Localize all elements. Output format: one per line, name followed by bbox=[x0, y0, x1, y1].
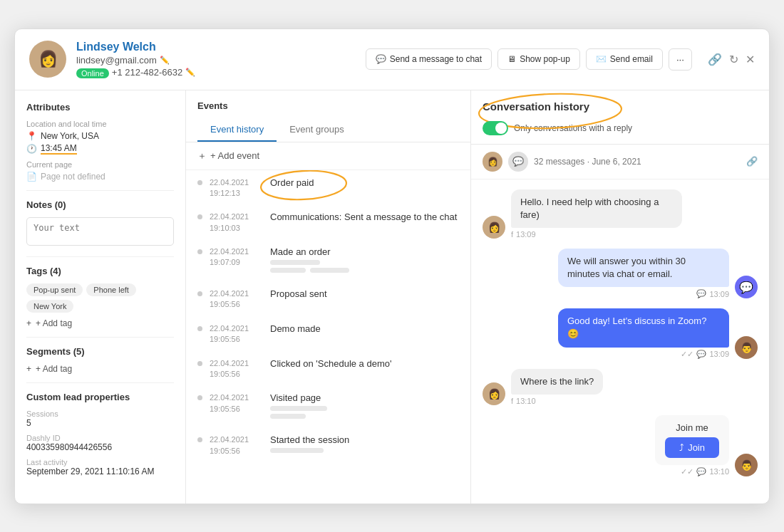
link-icon[interactable]: 🔗 bbox=[708, 53, 722, 66]
message-time: 13:09 bbox=[516, 230, 536, 239]
message-time: 13:10 bbox=[516, 397, 536, 405]
conversation-title: Conversation history bbox=[483, 100, 589, 113]
join-icon: ⤴ bbox=[679, 442, 684, 453]
current-page-value: 📄 Page not defined bbox=[26, 172, 174, 182]
popup-icon: 🖥 bbox=[507, 54, 516, 64]
events-header: Events Event history Event groups bbox=[186, 90, 470, 142]
contact-phone: Online +1 212-482-6632 ✏️ bbox=[76, 67, 356, 78]
online-badge: Online bbox=[76, 68, 109, 78]
show-popup-button[interactable]: 🖥 Show pop-up bbox=[497, 48, 580, 70]
send-message-button[interactable]: 💬 Send a message to chat bbox=[366, 48, 492, 70]
add-segment-button[interactable]: + + Add tag bbox=[26, 364, 72, 374]
contact-name: Lindsey Welch bbox=[76, 41, 356, 53]
tab-event-history[interactable]: Event history bbox=[197, 118, 277, 142]
event-name: Demo made bbox=[270, 323, 459, 334]
placeholder-bar bbox=[270, 414, 306, 419]
add-tag-button[interactable]: + + Add tag bbox=[26, 318, 72, 328]
event-dot bbox=[197, 361, 202, 366]
event-name: Proposal sent bbox=[270, 288, 459, 299]
location-value: 📍 New York, USA bbox=[26, 131, 174, 141]
clock-icon: 🕐 bbox=[26, 144, 37, 154]
events-title: Events bbox=[197, 100, 459, 111]
last-activity-value: September 29, 2021 11:10:16 AM bbox=[26, 466, 174, 476]
event-time: 22.04.202119:05:56 bbox=[210, 323, 263, 345]
fb-icon2: f bbox=[511, 397, 513, 405]
message-row: 💬 We will answer you within 30 minutes v… bbox=[483, 249, 758, 298]
header-actions: 💬 Send a message to chat 🖥 Show pop-up ✉… bbox=[366, 48, 692, 71]
message-column: Where is the link? f 13:10 bbox=[511, 369, 603, 405]
event-name: Started the session bbox=[270, 434, 459, 445]
segments-title: Segments (5) bbox=[26, 346, 174, 357]
event-row: 22.04.202119:05:56 Visited page bbox=[197, 392, 459, 422]
add-event-button[interactable]: ＋ + Add event bbox=[186, 142, 470, 170]
message-column: Hello. I need help with choosing a fare)… bbox=[511, 189, 682, 239]
event-content: Made an order bbox=[270, 246, 459, 276]
last-activity-label: Last activity bbox=[26, 458, 174, 466]
body: Attributes Location and local time 📍 New… bbox=[15, 90, 769, 504]
notes-input[interactable] bbox=[26, 217, 174, 246]
message-bubble: Hello. I need help with choosing a fare) bbox=[511, 189, 682, 228]
message-avatar-bot: 💬 bbox=[735, 276, 758, 298]
event-row: 22.04.202119:05:56 Proposal sent bbox=[197, 288, 459, 311]
event-row: 22.04.202119:05:56 Started the session bbox=[197, 434, 459, 457]
event-time: 22.04.202119:12:13 bbox=[210, 177, 263, 199]
message-row: 👩 Where is the link? f 13:10 bbox=[483, 369, 758, 405]
message-bubble: We will answer you within 30 minutes via… bbox=[558, 249, 729, 287]
header: 👩 Lindsey Welch lindsey@gmail.com ✏️ Onl… bbox=[15, 29, 769, 90]
reply-toggle[interactable] bbox=[483, 121, 508, 135]
message-time: 13:10 bbox=[709, 467, 729, 476]
event-content: Demo made bbox=[270, 323, 459, 337]
custom-props-title: Custom lead properties bbox=[26, 392, 174, 402]
message-time: 13:09 bbox=[709, 350, 729, 358]
event-dot bbox=[197, 437, 202, 442]
placeholder-bar bbox=[270, 260, 320, 265]
placeholder-bar bbox=[270, 268, 306, 273]
chat-source-icon3: 💬 bbox=[696, 467, 706, 476]
conv-meta-info: 32 messages · June 6, 2021 bbox=[534, 157, 741, 167]
messages-list: 👩 Hello. I need help with choosing a far… bbox=[471, 179, 769, 504]
message-avatar-agent2: 👨 bbox=[735, 454, 758, 476]
message-meta: 💬 13:09 bbox=[558, 289, 729, 298]
event-content: Visited page bbox=[270, 392, 459, 422]
message-meta: f 13:10 bbox=[511, 397, 603, 405]
edit-email-icon[interactable]: ✏️ bbox=[160, 56, 170, 65]
tab-event-groups[interactable]: Event groups bbox=[277, 118, 357, 142]
conversation-header: Conversation history Only conversations … bbox=[471, 90, 769, 145]
conv-avatar: 👩 bbox=[483, 152, 502, 172]
event-time: 22.04.202119:05:56 bbox=[210, 288, 263, 311]
events-list: 22.04.202119:12:13 Order paid 22.04.2021… bbox=[186, 170, 470, 504]
plus-icon: + bbox=[26, 318, 31, 328]
conversation-title-wrap: Conversation history bbox=[483, 100, 758, 113]
more-options-button[interactable]: ··· bbox=[669, 48, 692, 71]
event-time: 22.04.202119:10:03 bbox=[210, 212, 263, 234]
message-bubble: Good day! Let's discuss in Zoom? 😊 bbox=[558, 308, 729, 347]
edit-phone-icon[interactable]: ✏️ bbox=[185, 68, 195, 77]
conv-link-icon[interactable]: 🔗 bbox=[746, 156, 758, 167]
current-page-label: Current page bbox=[26, 160, 174, 169]
event-name: Order paid bbox=[270, 177, 314, 188]
message-meta: ✓✓ 💬 13:10 bbox=[655, 467, 729, 476]
conversation-meta: 👩 💬 32 messages · June 6, 2021 🔗 bbox=[471, 145, 769, 179]
message-column: Join me ⤴ Join ✓✓ 💬 13:10 bbox=[655, 415, 729, 476]
event-name: Clicked on 'Schedule a demo' bbox=[270, 358, 459, 369]
refresh-icon[interactable]: ↻ bbox=[729, 53, 738, 66]
message-row: 👨 Good day! Let's discuss in Zoom? 😊 ✓✓ … bbox=[483, 308, 758, 358]
event-dot bbox=[197, 180, 202, 185]
page-icon: 📄 bbox=[26, 172, 37, 182]
event-time: 22.04.202119:05:56 bbox=[210, 434, 263, 457]
event-time: 22.04.202119:07:09 bbox=[210, 246, 263, 268]
close-icon[interactable]: ✕ bbox=[746, 53, 755, 66]
conv-chat-icon: 💬 bbox=[508, 152, 528, 172]
location-icon: 📍 bbox=[26, 131, 37, 141]
tag-new-york: New York bbox=[26, 300, 73, 313]
avatar: 👩 bbox=[29, 41, 66, 78]
toggle-row: Only conversations with a reply bbox=[483, 121, 758, 135]
send-email-button[interactable]: ✉️ Send email bbox=[586, 48, 663, 70]
contact-email: lindsey@gmail.com ✏️ bbox=[76, 55, 356, 66]
join-button[interactable]: ⤴ Join bbox=[665, 437, 719, 458]
join-card: Join me ⤴ Join bbox=[655, 415, 729, 465]
double-check-icon: ✓✓ bbox=[681, 350, 693, 359]
event-time: 22.04.202119:05:56 bbox=[210, 358, 263, 380]
event-content: Started the session bbox=[270, 434, 459, 456]
event-name: Made an order bbox=[270, 246, 459, 257]
